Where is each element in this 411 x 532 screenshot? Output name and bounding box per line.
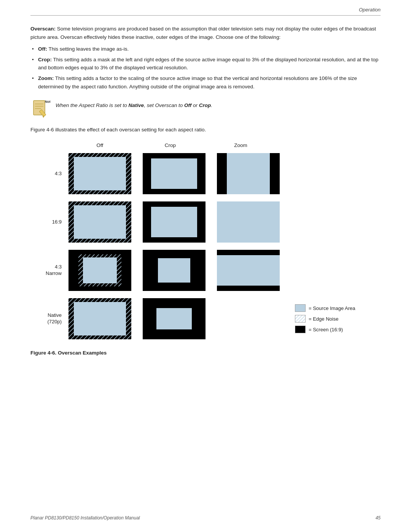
legend-swatch-screen xyxy=(295,326,306,333)
col-header-crop: Crop xyxy=(135,142,206,148)
svg-43n-zoom xyxy=(217,250,280,291)
svg-169-crop xyxy=(143,201,206,243)
cell-43n-crop xyxy=(139,249,209,292)
svg-rect-26 xyxy=(217,255,280,286)
hatch-43n-off xyxy=(68,250,131,291)
cell-43n-off xyxy=(65,249,135,292)
bullet-zoom: Zoom: This setting adds a factor to the … xyxy=(30,74,381,91)
crop-text: This setting adds a mask at the left and… xyxy=(38,57,378,71)
cell-black-43n-zoom xyxy=(217,250,280,291)
page: Operation Overscan: Some television prog… xyxy=(0,0,411,532)
cell-43-crop xyxy=(139,152,209,196)
svg-rect-29 xyxy=(74,302,126,335)
bullet-list: Off: This setting leaves the image as-is… xyxy=(30,45,381,91)
svg-rect-16 xyxy=(74,205,126,239)
note-crop: Crop xyxy=(199,102,211,108)
note-box: Note When the Aspect Ratio is set to Nat… xyxy=(30,99,381,119)
off-text: This setting leaves the image as-is. xyxy=(49,46,129,52)
cell-black-169-off xyxy=(68,201,131,243)
cell-169-crop xyxy=(139,200,209,244)
cell-black-43-off xyxy=(68,153,131,194)
cell-native-zoom-empty xyxy=(213,298,284,339)
svg-text:Note: Note xyxy=(45,100,50,104)
cell-black-169-crop xyxy=(143,201,206,243)
cell-black-43-crop xyxy=(143,153,206,194)
cell-black-native-crop xyxy=(143,298,206,339)
off-bold: Off: xyxy=(38,46,47,52)
cell-native-crop xyxy=(139,297,209,341)
diagram-area: Off Crop Zoom 4:3 xyxy=(30,142,381,341)
cell-black-43-zoom xyxy=(217,153,280,194)
legend: = Source Image Area = Edge xyxy=(291,304,355,333)
zoom-bold: Zoom: xyxy=(38,75,54,81)
note-off: Off xyxy=(184,102,191,108)
legend-source-label: = Source Image Area xyxy=(309,305,355,311)
note-native: Native xyxy=(129,102,144,108)
row-native: Native(720p) xyxy=(30,297,381,341)
legend-screen-label: = Screen (16:9) xyxy=(309,327,343,332)
svg-rect-13 xyxy=(227,153,270,194)
label-43: 4:3 xyxy=(30,171,65,177)
overscan-bold: Overscan: xyxy=(30,26,56,32)
legend-edge-svg xyxy=(295,315,306,323)
header-rule xyxy=(30,15,381,16)
overscan-intro-text: Some television programs are produced ba… xyxy=(30,26,376,40)
cell-169-zoom-inner xyxy=(217,201,280,243)
cell-169-zoom xyxy=(213,200,284,244)
footer-left: Planar PD8130/PD8150 Installation/Operat… xyxy=(30,515,140,521)
cell-43-zoom xyxy=(213,152,284,196)
label-43narrow: 4:3Narrow xyxy=(30,264,65,277)
svg-43-crop xyxy=(143,153,206,194)
legend-edge: = Edge Noise xyxy=(295,315,355,323)
svg-marker-5 xyxy=(43,116,44,118)
svg-rect-9 xyxy=(74,157,126,190)
svg-native-crop xyxy=(143,298,206,339)
bullet-off: Off: This setting leaves the image as-is… xyxy=(30,45,381,53)
operation-label: Operation xyxy=(359,7,381,13)
legend-source: = Source Image Area xyxy=(295,304,355,312)
crop-bold: Crop: xyxy=(38,57,52,62)
col-header-zoom: Zoom xyxy=(206,142,276,148)
cell-169-off xyxy=(65,200,135,244)
row-43: 4:3 xyxy=(30,152,381,196)
cell-43n-zoom xyxy=(213,249,284,292)
svg-rect-11 xyxy=(151,158,197,189)
label-native: Native(720p) xyxy=(30,312,65,325)
bullet-crop: Crop: This setting adds a mask at the le… xyxy=(30,56,381,72)
legend-swatch-source xyxy=(295,304,306,312)
note-text: When the Aspect Ratio is set to Native, … xyxy=(56,99,212,110)
zoom-text: This setting adds a factor to the scalin… xyxy=(38,75,357,89)
cell-black-native-off xyxy=(68,298,131,339)
figure-intro: Figure 4-6 illustrates the effect of eac… xyxy=(30,126,381,134)
legend-screen: = Screen (16:9) xyxy=(295,326,355,333)
cell-black-43n-off xyxy=(68,250,131,291)
overscan-intro: Overscan: Some television programs are p… xyxy=(30,25,381,41)
legend-edge-label: = Edge Noise xyxy=(309,316,338,322)
hatch-43-off xyxy=(68,153,131,194)
figure-caption: Figure 4-6. Overscan Examples xyxy=(30,350,381,356)
cell-43-off xyxy=(65,152,135,196)
legend-swatch-edge xyxy=(295,315,306,323)
diagram-headers: Off Crop Zoom xyxy=(65,142,381,148)
page-footer: Planar PD8130/PD8150 Installation/Operat… xyxy=(30,515,381,521)
hatch-169-off xyxy=(68,201,131,243)
svg-43n-crop xyxy=(143,250,206,291)
row-169: 16:9 xyxy=(30,200,381,244)
cell-black-43n-crop xyxy=(143,250,206,291)
svg-rect-18 xyxy=(151,207,197,237)
svg-rect-31 xyxy=(156,308,192,329)
cell-native-off xyxy=(65,297,135,341)
svg-rect-33 xyxy=(295,315,306,323)
label-169: 16:9 xyxy=(30,219,65,225)
note-icon: Note xyxy=(30,99,50,119)
row-43narrow: 4:3Narrow xyxy=(30,249,381,292)
col-header-off: Off xyxy=(65,142,135,148)
svg-rect-22 xyxy=(83,257,117,283)
svg-rect-24 xyxy=(158,258,190,283)
note-italic: When the Aspect Ratio is set to Native, … xyxy=(56,102,212,108)
svg-43-zoom xyxy=(217,153,280,194)
footer-right: 45 xyxy=(376,515,381,521)
hatch-native-off xyxy=(68,298,131,339)
